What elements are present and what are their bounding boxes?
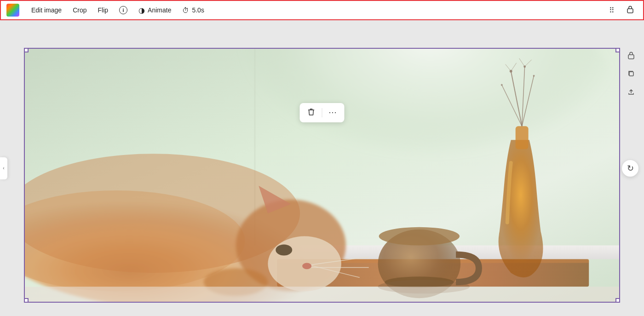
lock-icon	[627, 5, 634, 15]
corner-handle-br[interactable]	[615, 298, 620, 303]
info-button[interactable]: i	[114, 3, 133, 17]
top-toolbar: Edit image Crop Flip i ◑ Animate ⏱ 5.0s …	[0, 0, 644, 20]
animate-label: Animate	[148, 6, 171, 14]
info-icon: i	[119, 6, 127, 14]
image-canvas[interactable]: ···	[24, 48, 620, 303]
more-icon: ···	[328, 108, 337, 117]
grid-icon: ⠿	[609, 6, 615, 15]
lock-canvas-button[interactable]	[624, 48, 638, 63]
svg-rect-0	[627, 9, 633, 13]
chevron-left-icon: ‹	[3, 166, 4, 171]
svg-point-34	[501, 84, 503, 86]
app-logo	[6, 4, 19, 17]
svg-rect-39	[25, 287, 619, 302]
svg-point-33	[533, 75, 535, 76]
side-panel-right	[624, 48, 638, 99]
rotate-icon: ↻	[627, 163, 634, 173]
toolbar-right: ⠿	[604, 3, 638, 17]
edit-image-button[interactable]: Edit image	[26, 4, 67, 17]
animate-icon: ◑	[138, 6, 145, 15]
edit-image-label: Edit image	[31, 6, 62, 14]
svg-point-15	[302, 263, 311, 269]
svg-point-23	[379, 227, 460, 245]
left-panel-toggle[interactable]: ‹	[0, 157, 7, 179]
duration-icon: ⏱	[182, 6, 189, 14]
animate-button[interactable]: ◑ Animate	[133, 3, 177, 17]
corner-handle-tl[interactable]	[24, 48, 29, 52]
duration-label: 5.0s	[192, 6, 204, 14]
crop-button[interactable]: Crop	[67, 4, 92, 17]
image-floating-toolbar: ···	[300, 103, 345, 122]
toolbar-divider	[322, 108, 322, 117]
duration-button[interactable]: ⏱ 5.0s	[177, 4, 209, 17]
export-button[interactable]	[624, 85, 638, 99]
flip-label: Flip	[98, 6, 109, 14]
rotate-button[interactable]: ↻	[622, 160, 638, 177]
svg-rect-1	[628, 55, 634, 59]
grid-button[interactable]: ⠿	[604, 3, 619, 17]
more-options-button[interactable]: ···	[326, 106, 340, 120]
delete-element-button[interactable]	[305, 106, 318, 120]
crop-label: Crop	[73, 6, 86, 14]
lock-button[interactable]	[623, 3, 638, 17]
corner-handle-tr[interactable]	[615, 48, 620, 52]
duplicate-button[interactable]	[624, 66, 638, 81]
flip-button[interactable]: Flip	[92, 4, 114, 17]
svg-point-14	[276, 244, 292, 255]
corner-handle-bl[interactable]	[24, 298, 29, 303]
canvas-area: ‹ ↻	[0, 20, 644, 316]
trash-icon	[308, 108, 315, 118]
svg-rect-26	[516, 126, 529, 149]
svg-rect-2	[629, 72, 633, 76]
cat-image	[25, 49, 619, 302]
